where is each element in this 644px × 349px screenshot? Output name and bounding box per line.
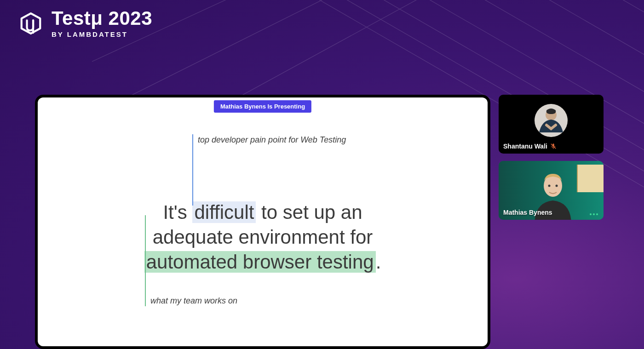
- slide-top-caption: top developer pain point for Web Testing: [192, 134, 469, 145]
- event-title: Testμ 2023: [52, 8, 152, 29]
- top-rule: [192, 134, 193, 206]
- stage-root: Testμ 2023 BY LAMBDATEST Mathias Bynens …: [0, 0, 644, 349]
- headline-part: adequate environment for: [153, 226, 373, 248]
- event-byline: BY LAMBDATEST: [52, 30, 152, 38]
- headline-highlight-blue: difficult: [192, 201, 256, 223]
- participant-tile[interactable]: Shantanu Wali: [499, 95, 604, 154]
- event-logo: Testμ 2023 BY LAMBDATEST: [18, 8, 152, 38]
- speaking-indicator-icon: [590, 213, 598, 215]
- headline-part: .: [376, 251, 381, 273]
- svg-point-5: [556, 185, 558, 187]
- headline-highlight-green: automated browser testing: [144, 251, 376, 273]
- presentation-frame[interactable]: Mathias Bynens Is Presenting top develop…: [35, 95, 490, 349]
- slide-headline: It's difficult to set up an adequate env…: [56, 200, 469, 274]
- svg-rect-1: [553, 148, 553, 149]
- svg-point-4: [548, 185, 551, 187]
- presenter-banner: Mathias Bynens Is Presenting: [214, 100, 311, 113]
- bottom-rule: [145, 215, 146, 306]
- headline-part: to set up an: [256, 201, 362, 223]
- slide: Mathias Bynens Is Presenting top develop…: [38, 97, 488, 346]
- headline-part: It's: [163, 201, 192, 223]
- video-background-panel: [577, 165, 604, 192]
- participant-name: Mathias Bynens: [503, 209, 552, 216]
- participant-tile[interactable]: Mathias Bynens: [499, 161, 604, 220]
- avatar: [535, 104, 568, 137]
- slide-bottom-caption: what my team works on: [150, 296, 237, 306]
- participant-name: Shantanu Wali: [503, 143, 547, 150]
- logo-icon: [18, 11, 43, 36]
- mic-muted-icon: [550, 143, 557, 149]
